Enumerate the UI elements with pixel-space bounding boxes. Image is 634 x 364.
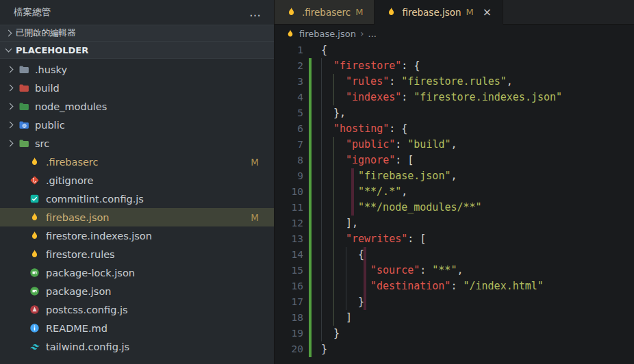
- active-indent-guide: [364, 278, 366, 294]
- code-line[interactable]: 12],: [275, 216, 634, 231]
- tree-item-package-json[interactable]: package.json: [0, 282, 274, 300]
- tree-item-public[interactable]: public: [0, 116, 274, 134]
- code-line[interactable]: 3"rules": "firestore.rules",: [275, 74, 634, 90]
- flame-icon: [385, 6, 397, 18]
- tree-item-package-lock-json[interactable]: package-lock.json: [0, 263, 274, 282]
- tree-item-label: .firebaserc: [46, 157, 245, 168]
- code-line[interactable]: 13"rewrites": [: [275, 231, 634, 247]
- chevron-right-icon: [7, 140, 14, 147]
- line-number: 8: [275, 153, 303, 168]
- code-line[interactable]: 19}: [275, 326, 634, 341]
- tree-item-firebaserc[interactable]: .firebasercM: [0, 153, 274, 171]
- flame-icon: [29, 211, 40, 223]
- code-line[interactable]: 17}: [275, 294, 634, 310]
- git-gutter-indicator: [309, 263, 312, 278]
- code-line[interactable]: 7"public": "build",: [275, 137, 634, 153]
- code-line[interactable]: 18]: [275, 310, 634, 326]
- git-gutter-indicator: [309, 121, 312, 137]
- line-number: 20: [275, 341, 303, 357]
- tree-item-label: commitlint.config.js: [46, 194, 259, 205]
- folder-icon: [18, 119, 29, 131]
- section-open-editors[interactable]: 已開啟的編輯器: [0, 25, 274, 41]
- tree-item-firebase-json[interactable]: firebase.jsonM: [0, 208, 274, 226]
- line-number: 15: [275, 263, 303, 278]
- commitlint-icon: [29, 193, 40, 205]
- line-number: 2: [275, 58, 303, 74]
- package-icon: [29, 267, 40, 278]
- tree-item-label: build: [35, 83, 259, 94]
- code-line[interactable]: 8"ignore": [: [275, 153, 634, 168]
- git-gutter-indicator: [309, 294, 312, 310]
- git-gutter-indicator: [309, 200, 312, 216]
- code-line[interactable]: 1{: [275, 42, 634, 58]
- tree-item-label: public: [35, 120, 259, 131]
- flame-icon: [286, 6, 297, 18]
- active-indent-guide: [364, 263, 366, 278]
- more-actions-icon[interactable]: …: [249, 9, 262, 16]
- close-tab-icon[interactable]: ×: [483, 8, 492, 17]
- tab-firebaserc[interactable]: .firebasercM: [275, 0, 375, 24]
- code-line[interactable]: 11"**/node_modules/**": [275, 200, 634, 216]
- tailwind-icon: [29, 341, 40, 352]
- git-gutter-indicator: [309, 247, 312, 263]
- tree-item-commitlint-config-js[interactable]: commitlint.config.js: [0, 190, 274, 208]
- breadcrumb-separator-icon: ›: [360, 28, 364, 39]
- chevron-right-icon: [7, 122, 14, 129]
- tree-item-firestore-rules[interactable]: firestore.rules: [0, 245, 274, 263]
- git-gutter-indicator: [309, 137, 312, 153]
- tree-item-build[interactable]: build: [0, 79, 274, 97]
- tree-item-label: firestore.indexes.json: [46, 231, 259, 242]
- explorer-title: 檔案總管: [14, 6, 51, 18]
- tab-firebase-json[interactable]: firebase.jsonM×: [375, 0, 503, 25]
- git-modified-badge: M: [355, 7, 363, 17]
- tree-item-node-modules[interactable]: node_modules: [0, 97, 274, 116]
- tree-item-tailwind-config-js[interactable]: tailwind.config.js: [0, 337, 274, 356]
- readme-icon: [29, 322, 40, 334]
- section-project-root[interactable]: PLACEHOLDER: [0, 41, 274, 59]
- tree-item-gitignore[interactable]: .gitignore: [0, 171, 274, 190]
- line-number: 14: [275, 247, 303, 263]
- tree-item-src[interactable]: src: [0, 134, 274, 153]
- chevron-right-icon: [7, 66, 14, 73]
- line-number: 1: [275, 42, 303, 58]
- line-number: 4: [275, 90, 303, 105]
- breadcrumb[interactable]: firebase.json › ...: [275, 25, 634, 42]
- code-line[interactable]: 20}: [275, 341, 634, 357]
- git-gutter-indicator: [309, 74, 312, 90]
- code-line[interactable]: 16"destination": "/index.html": [275, 278, 634, 294]
- git-gutter-indicator: [309, 341, 312, 357]
- code-editor[interactable]: 1{2"firestore": {3"rules": "firestore.ru…: [275, 42, 634, 364]
- code-line[interactable]: 9"firebase.json",: [275, 168, 634, 184]
- tree-item-label: src: [35, 138, 259, 149]
- code-line[interactable]: 2"firestore": {: [275, 58, 634, 74]
- git-gutter-indicator: [309, 231, 312, 247]
- git-gutter-indicator: [309, 278, 312, 294]
- tree-item-husky[interactable]: .husky: [0, 60, 274, 79]
- code-line[interactable]: 4"indexes": "firestore.indexes.json": [275, 90, 634, 105]
- code-line[interactable]: 6"hosting": {: [275, 121, 634, 137]
- breadcrumb-file[interactable]: firebase.json: [299, 29, 356, 39]
- code-line[interactable]: 15"source": "**",: [275, 263, 634, 278]
- flame-icon: [29, 230, 40, 242]
- chevron-down-icon: [5, 46, 12, 53]
- breadcrumb-more[interactable]: ...: [368, 29, 377, 39]
- git-gutter-indicator: [309, 58, 312, 74]
- line-number: 6: [275, 121, 303, 137]
- tree-item-readme-md[interactable]: README.md: [0, 319, 274, 337]
- line-number: 16: [275, 278, 303, 294]
- folder-icon: [18, 138, 29, 149]
- code-line[interactable]: 10"**/.*",: [275, 184, 634, 200]
- postcss-icon: [29, 304, 40, 315]
- active-indent-guide: [351, 200, 354, 216]
- git-modified-badge: M: [251, 212, 259, 223]
- tree-item-label: node_modules: [35, 101, 259, 112]
- git-gutter-indicator: [309, 42, 312, 58]
- code-line[interactable]: 14{: [275, 247, 634, 263]
- chevron-right-icon: [5, 30, 12, 37]
- tree-item-firestore-indexes-json[interactable]: firestore.indexes.json: [0, 226, 274, 245]
- tree-item-postcss-config-js[interactable]: postcss.config.js: [0, 300, 274, 319]
- line-number: 11: [275, 200, 303, 216]
- explorer-header: 檔案總管 …: [0, 0, 274, 25]
- code-line[interactable]: 5},: [275, 105, 634, 121]
- line-number: 9: [275, 168, 303, 184]
